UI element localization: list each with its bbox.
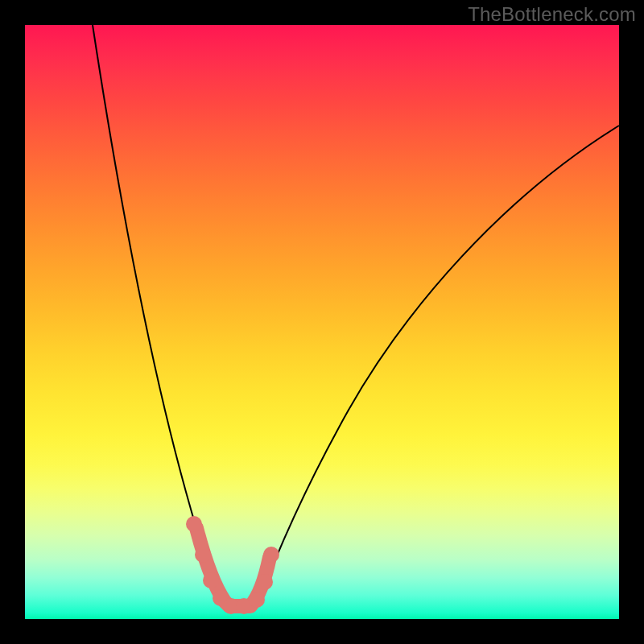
chart-frame: TheBottleneck.com xyxy=(0,0,644,644)
highlight-dot xyxy=(249,592,265,608)
highlight-dot xyxy=(195,547,211,563)
watermark-text: TheBottleneck.com xyxy=(468,3,636,26)
curve-left-branch xyxy=(93,25,225,606)
highlight-dot xyxy=(257,574,273,590)
curve-right-branch xyxy=(257,126,619,606)
plot-area xyxy=(25,25,619,619)
chart-svg xyxy=(25,25,619,619)
highlight-dot xyxy=(203,572,219,588)
highlight-dot xyxy=(186,516,202,532)
highlight-dot xyxy=(263,547,279,563)
